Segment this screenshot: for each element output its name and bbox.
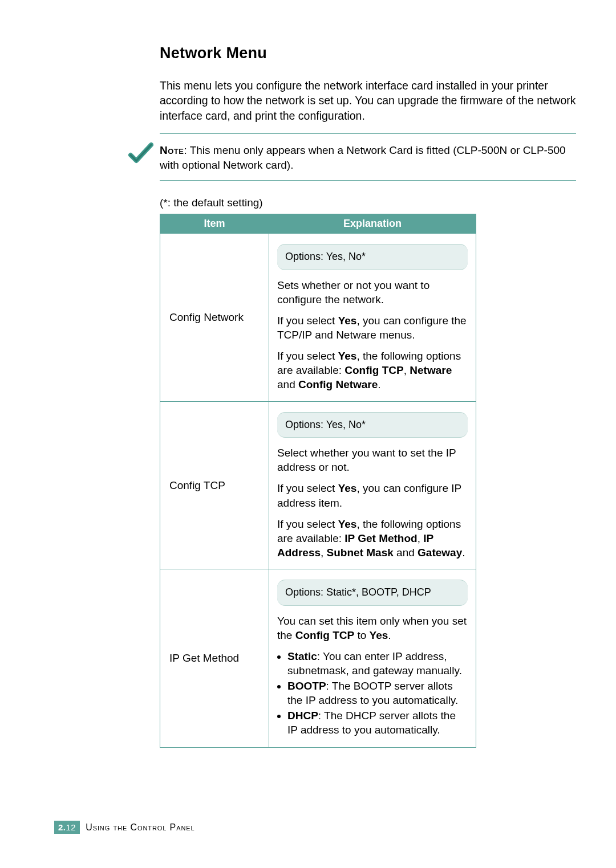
list-item: DHCP: The DHCP server allots the IP addr…	[287, 708, 468, 737]
page-footer: 2.12 Using the Control Panel	[54, 821, 195, 834]
text: If you select	[277, 518, 338, 530]
text: .	[462, 547, 465, 559]
bold-text: Config TCP	[295, 629, 354, 641]
page: Network Menu This menu lets you configur…	[0, 0, 616, 868]
bold-text: Static	[287, 650, 317, 662]
bold-text: Yes	[338, 350, 357, 362]
text: to	[354, 629, 369, 641]
section-heading: Network Menu	[160, 44, 576, 62]
list-item: Static: You can enter IP address, subnet…	[287, 649, 468, 678]
bold-text: Gateway	[418, 547, 462, 559]
text: .	[378, 378, 380, 390]
explanation-text: You can set this item only when you set …	[277, 614, 468, 642]
page-number-badge: 2.12	[54, 821, 80, 834]
chapter-number: 2.	[58, 822, 66, 832]
default-marker: (*: the default setting)	[160, 197, 576, 209]
options-box: Options: Yes, No*	[277, 412, 468, 438]
note-body: : This menu only appears when a Network …	[160, 144, 566, 171]
bold-text: DHCP	[287, 710, 318, 722]
bold-text: Yes	[370, 629, 388, 641]
explanation-cell: Options: Yes, No* Sets whether or not yo…	[269, 234, 476, 401]
table-row: Config TCP Options: Yes, No* Select whet…	[160, 401, 476, 569]
note-block: Note: This menu only appears when a Netw…	[160, 133, 576, 181]
explanation-text: If you select Yes, you can configure IP …	[277, 481, 468, 510]
table-row: IP Get Method Options: Static*, BOOTP, D…	[160, 569, 476, 747]
intro-paragraph: This menu lets you configure the network…	[160, 78, 576, 123]
explanation-cell: Options: Yes, No* Select whether you wan…	[269, 401, 476, 569]
bold-text: Yes	[338, 315, 357, 327]
table-head-explanation: Explanation	[269, 214, 476, 234]
explanation-cell: Options: Static*, BOOTP, DHCP You can se…	[269, 569, 476, 747]
bold-text: BOOTP	[287, 680, 326, 692]
options-table: Item Explanation Config Network Options:…	[160, 214, 476, 748]
chapter-title: Using the Control Panel	[86, 822, 194, 833]
note-label: Note	[160, 144, 184, 156]
explanation-text: Sets whether or not you want to configur…	[277, 278, 468, 307]
checkmark-icon	[128, 141, 153, 166]
text: ,	[404, 364, 410, 376]
bold-text: Netware	[410, 364, 452, 376]
content-column: Network Menu This menu lets you configur…	[160, 44, 576, 748]
text: If you select	[277, 315, 338, 327]
explanation-text: If you select Yes, the following options…	[277, 517, 468, 560]
bold-text: Subnet Mask	[327, 547, 394, 559]
table-head-item: Item	[160, 214, 269, 234]
text: .	[388, 629, 391, 641]
explanation-text: If you select Yes, the following options…	[277, 349, 468, 392]
item-cell: Config TCP	[160, 401, 269, 569]
text: ,	[418, 532, 424, 544]
note-rule-bottom	[160, 180, 576, 181]
explanation-text: Select whether you want to set the IP ad…	[277, 446, 468, 474]
list-item: BOOTP: The BOOTP server allots the IP ad…	[287, 679, 468, 707]
table-row: Config Network Options: Yes, No* Sets wh…	[160, 234, 476, 401]
note-text: Note: This menu only appears when a Netw…	[160, 143, 576, 172]
item-cell: IP Get Method	[160, 569, 269, 747]
bullet-list: Static: You can enter IP address, subnet…	[277, 649, 468, 737]
text: If you select	[277, 482, 338, 494]
note-rule-top	[160, 133, 576, 134]
explanation-text: If you select Yes, you can configure the…	[277, 313, 468, 342]
bold-text: IP Get Method	[345, 532, 417, 544]
text: and	[277, 378, 298, 390]
bold-text: Yes	[338, 482, 357, 494]
bold-text: Yes	[338, 518, 357, 530]
bold-text: Config Netware	[298, 378, 378, 390]
options-box: Options: Static*, BOOTP, DHCP	[277, 580, 468, 606]
item-cell: Config Network	[160, 234, 269, 401]
options-box: Options: Yes, No*	[277, 244, 468, 270]
page-number: 12	[66, 822, 76, 832]
bold-text: Config TCP	[345, 364, 403, 376]
text: and	[394, 547, 418, 559]
text: ,	[321, 547, 327, 559]
text: If you select	[277, 350, 338, 362]
